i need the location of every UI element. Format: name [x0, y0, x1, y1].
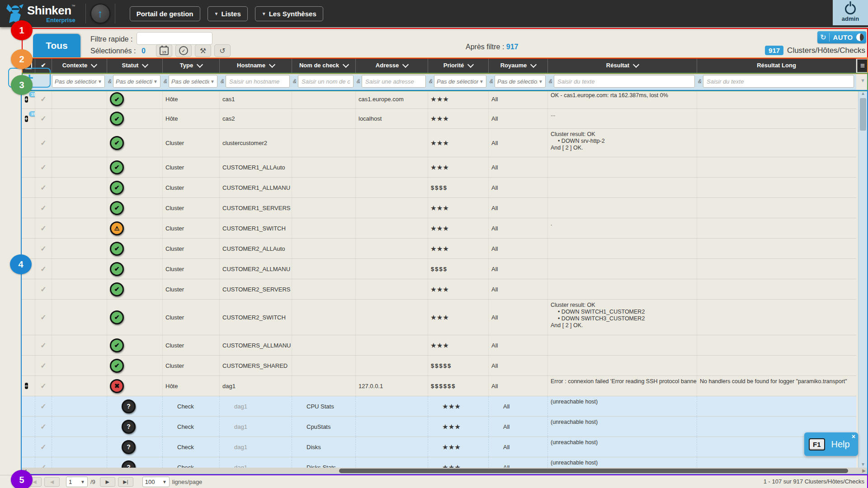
table-row-customer2-allmanu[interactable]: ✓✔ClusterCUSTOMER2_ALLMANU$$$$All [22, 259, 856, 279]
table-row-customer1-allauto[interactable]: ✓✔ClusterCUSTOMER1_ALLAuto★★★All [22, 157, 856, 178]
horizontal-scroll-thumb[interactable] [339, 469, 848, 473]
expand-icon[interactable]: + [25, 116, 28, 122]
row-check-icon[interactable]: ✓ [40, 341, 46, 350]
row-check-icon[interactable]: ✓ [40, 224, 46, 233]
type-value: Hôte [165, 96, 178, 103]
table-row-customers-shared[interactable]: ✓✔ClusterCUSTOMERS_SHARED$$$$$All [22, 356, 856, 376]
row-check-icon[interactable]: ✓ [40, 422, 46, 431]
collapse-icon[interactable]: − [25, 383, 28, 389]
row-check-icon[interactable]: ✓ [40, 244, 46, 253]
row-check-icon[interactable]: ✓ [40, 204, 46, 212]
table-row-customer2-switch[interactable]: ✓✔ClusterCUSTOMER2_SWITCH★★★AllCluster r… [22, 300, 856, 335]
row-check-icon[interactable]: ✓ [40, 183, 46, 192]
acknowledge-button[interactable]: ✓ [175, 44, 192, 57]
filter-select-statut[interactable]: Pas de sélection▼ [113, 75, 160, 88]
table-row-customers-allmanu[interactable]: ✓✔ClusterCUSTOMERS_ALLMANU★★★All [22, 335, 856, 356]
auto-refresh-toggle[interactable]: ↻ AUTO [817, 31, 866, 43]
filter-select-royaume[interactable]: Pas de sélection▼ [495, 75, 546, 88]
nav-portail-de-gestion[interactable]: Portail de gestion [130, 6, 200, 21]
tab-tous[interactable]: Tous [33, 34, 80, 57]
row-check-icon[interactable]: ✓ [40, 402, 46, 411]
row-check-icon[interactable]: ✓ [40, 443, 46, 451]
horizontal-scrollbar[interactable]: ◀ ▶ [22, 468, 867, 474]
quick-filter-input[interactable] [137, 32, 212, 45]
vertical-scroll-thumb[interactable] [860, 98, 866, 131]
scroll-up-arrow[interactable]: ▲ [859, 91, 868, 96]
table-row-customer1-switch[interactable]: ✓⚠ClusterCUSTOMER1_SWITCH★★★All. [22, 218, 856, 239]
close-icon[interactable]: × [852, 433, 855, 440]
row-check-icon[interactable]: ✓ [40, 265, 46, 273]
table-row-cpustats[interactable]: ✓?Checkdag1CpuStats★★★All(unreachable ho… [22, 417, 856, 437]
row-select-cell: ✓ [35, 129, 52, 157]
page-select[interactable]: 1▼ [66, 477, 88, 487]
first-page-button[interactable]: |◀ [26, 477, 42, 487]
filter-input-hostname[interactable] [228, 78, 287, 85]
prev-page-button[interactable]: ◀ [44, 477, 60, 487]
column-header-r-sultat[interactable]: Résultat [548, 58, 697, 73]
table-row-cas1[interactable]: +15✓✔Hôtecas1cas1.europe.com★★★AllOK - c… [22, 90, 856, 109]
result-line: ... [551, 111, 694, 118]
contexte-cell [52, 157, 107, 177]
tools-button[interactable]: ⚒ [195, 44, 211, 57]
table-row-disks[interactable]: ✓?Checkdag1Disks★★★All(unreachable host) [22, 437, 856, 457]
table-row-cpu-stats[interactable]: ✓?Checkdag1CPU Stats★★★All(unreachable h… [22, 396, 856, 417]
next-page-button[interactable]: ▶ [100, 477, 115, 487]
add-tab-button[interactable]: + [8, 68, 51, 88]
filter-select-priorite[interactable]: Pas de sélection▼ [434, 75, 486, 88]
statut-cell: ✔ [107, 109, 163, 128]
reset-button[interactable]: ↺ [214, 44, 231, 57]
table-row-clustercustomer2[interactable]: ✓✔Clusterclustercustomer2★★★AllCluster r… [22, 129, 856, 157]
address-cell [356, 396, 428, 416]
table-row-customer2-servers[interactable]: ✓✔ClusterCUSTOMER2_SERVERS★★★All [22, 279, 856, 300]
scroll-right-arrow[interactable]: ▶ [862, 468, 866, 473]
schedule-button[interactable]: 15 [156, 44, 172, 57]
column-header-statut[interactable]: Statut [107, 58, 163, 73]
row-check-icon[interactable]: ✓ [40, 285, 46, 294]
filter-input-resultat-long[interactable] [706, 78, 851, 85]
result-cell: Cluster result: OK• DOWN srv-http-2And [… [548, 129, 697, 157]
column-header-royaume[interactable]: Royaume [489, 58, 548, 73]
table-row-customer1-servers[interactable]: ✓✔ClusterCUSTOMER1_SERVERS★★★All [22, 198, 856, 218]
row-check-icon[interactable]: ✓ [40, 95, 46, 103]
row-check-icon[interactable]: ✓ [40, 313, 46, 322]
column-header-priorit-[interactable]: Priorité [428, 58, 489, 73]
last-page-button[interactable]: ▶| [118, 477, 133, 487]
filter-input-resultat[interactable] [557, 78, 692, 85]
row-check-icon[interactable]: ✓ [40, 114, 46, 123]
table-row-customer2-allauto[interactable]: ✓✔ClusterCUSTOMER2_ALLAuto★★★All [22, 239, 856, 259]
scroll-top-button[interactable]: ↑ [90, 4, 110, 23]
table-row-disks-stats[interactable]: ✓?Checkdag1Disks Stats★★★All(unreachable… [22, 457, 856, 468]
nav-les-synth-ses[interactable]: ▼Les Synthèses [255, 6, 323, 21]
row-check-icon[interactable]: ✓ [40, 163, 46, 172]
filter-input-adresse[interactable] [364, 78, 423, 85]
row-check-icon[interactable]: ✓ [40, 139, 46, 147]
scroll-down-arrow[interactable]: ▼ [859, 462, 868, 467]
type-cell: Check [163, 457, 220, 468]
column-header-type[interactable]: Type [163, 58, 220, 73]
column-header-contexte[interactable]: Contexte [52, 58, 107, 73]
expand-icon[interactable]: + [25, 96, 28, 103]
column-menu-button[interactable]: ≡ [857, 59, 868, 72]
filter-select-contexte[interactable]: Pas de sélection▼ [52, 75, 105, 88]
admin-menu[interactable]: admin [833, 0, 868, 25]
column-header-r-sultat-long[interactable]: Résultat Long [697, 58, 856, 73]
row-check-icon[interactable]: ✓ [40, 463, 46, 468]
filter-select-type[interactable]: Pas de sélection▼ [169, 75, 217, 88]
filter-scroll-arrow[interactable]: ▼ [860, 78, 865, 83]
type-cell: Cluster [163, 198, 220, 218]
help-popup[interactable]: × F1 Help [804, 432, 858, 456]
scroll-left-arrow[interactable]: ◀ [23, 468, 27, 473]
table-row-dag1[interactable]: −✓✖Hôtedag1127.0.0.1$$$$$$AllError : con… [22, 376, 856, 396]
table-row-customer1-allmanu[interactable]: ✓✔ClusterCUSTOMER1_ALLMANU$$$$All [22, 178, 856, 198]
column-header-nom-de-check[interactable]: Nom de check [292, 58, 356, 73]
nav-listes[interactable]: ▼Listes [208, 6, 248, 21]
table-row-cas2[interactable]: +15✓✔Hôtecas2localhost★★★All... [22, 109, 856, 129]
column-header-hostname[interactable]: Hostname [220, 58, 292, 73]
column-header-adresse[interactable]: Adresse [356, 58, 428, 73]
page-size-select[interactable]: 100▼ [142, 477, 170, 487]
filter-input-nom-de-check[interactable] [301, 78, 351, 85]
row-check-icon[interactable]: ✓ [40, 361, 46, 370]
row-select-cell: ✓ [35, 218, 52, 238]
vertical-scrollbar[interactable]: ▲ ▼ [858, 90, 868, 468]
row-check-icon[interactable]: ✓ [40, 382, 46, 390]
